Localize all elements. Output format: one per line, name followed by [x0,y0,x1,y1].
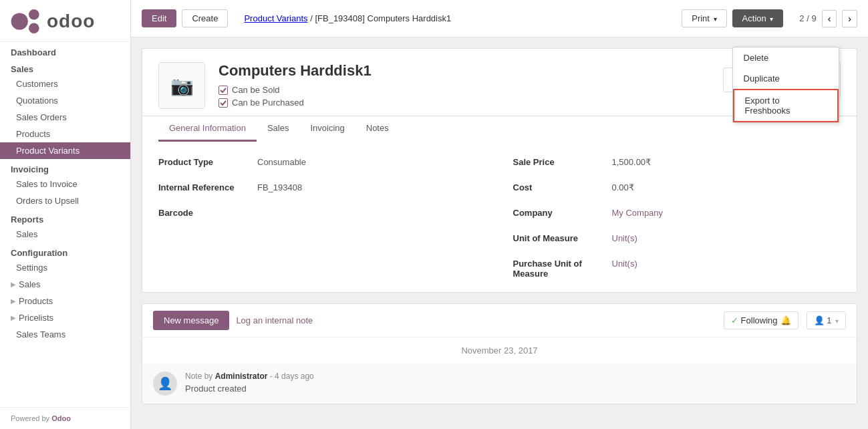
can-be-sold-flag: Can be Sold [219,85,710,95]
message-text: Product created [185,384,846,394]
chatter-right: ✓ Following 🔔 👤 1 ▾ [724,311,846,329]
sidebar-section-reports: Reports Sales [0,209,130,243]
edit-button[interactable]: Edit [142,9,176,27]
company-label: Company [513,206,607,218]
tab-notes[interactable]: Notes [355,116,400,142]
new-message-button[interactable]: New message [153,311,229,330]
checkmark-icon: ✓ [731,315,738,325]
barcode-label: Barcode [158,206,252,218]
field-purchase-unit-of-measure: Purchase Unit of Measure Unit(s) [513,257,841,279]
create-button[interactable]: Create [182,9,228,27]
print-dropdown-icon: ▾ [714,15,717,23]
product-type-label: Product Type [158,155,252,167]
sidebar-header-reports[interactable]: Reports [0,209,130,226]
next-page-button[interactable]: › [842,10,857,27]
sidebar-item-customers[interactable]: Customers [0,76,130,92]
follower-count-badge[interactable]: 👤 1 ▾ [807,311,846,329]
product-name: Computers Harddisk1 [219,62,710,80]
message-avatar: 👤 [153,372,177,396]
action-item-duplicate[interactable]: Duplicate [733,68,839,89]
company-value[interactable]: My Company [612,206,664,218]
message-item: 👤 Note by Administrator - 4 days ago Pro… [142,364,857,404]
log-note-button[interactable]: Log an internal note [236,315,313,325]
sidebar-item-sales-teams[interactable]: Sales Teams [0,326,130,343]
can-be-sold-checkbox[interactable] [219,86,228,95]
date-divider: November 23, 2017 [142,337,857,364]
note-label: Note by [185,372,212,381]
action-item-delete[interactable]: Delete [733,47,839,68]
sidebar-item-config-sales[interactable]: ▶ Sales [0,276,130,293]
photo-placeholder-icon: 📷 [170,75,194,97]
sidebar-header-invoicing[interactable]: Invoicing [0,159,130,176]
product-info: Computers Harddisk1 Can be Sold [219,62,710,108]
chatter-area: New message Log an internal note ✓ Follo… [142,303,857,404]
sidebar-item-products[interactable]: Products [0,126,130,142]
unit-of-measure-value[interactable]: Unit(s) [612,231,637,243]
sidebar-item-config-products[interactable]: ▶ Products [0,293,130,309]
sidebar-header-configuration[interactable]: Configuration [0,243,130,259]
action-button[interactable]: Action ▾ [732,9,784,27]
sidebar-item-config-pricelists[interactable]: ▶ Pricelists [0,309,130,326]
avatar-icon: 👤 [158,376,172,391]
follower-dropdown-icon: ▾ [835,317,839,325]
internal-reference-value: FB_193408 [257,180,302,192]
following-badge[interactable]: ✓ Following 🔔 [724,311,799,329]
expand-icon2: ▶ [11,297,16,305]
odoo-logo: odoo [11,8,120,35]
sidebar-item-product-variants[interactable]: Product Variants [0,142,130,159]
tab-sales[interactable]: Sales [257,116,300,142]
purchase-unit-of-measure-value[interactable]: Unit(s) [612,257,637,269]
right-field-group: Sale Price 1,500.00₹ Cost 0.00₹ Company … [513,155,841,279]
odoo-brand-link[interactable]: Odoo [51,414,71,422]
sidebar-header-sales[interactable]: Sales [0,59,130,76]
unit-of-measure-label: Unit of Measure [513,231,607,243]
tab-general-information[interactable]: General Information [158,116,257,142]
purchase-unit-of-measure-label: Purchase Unit of Measure [513,257,607,279]
left-field-group: Product Type Consumable Internal Referen… [158,155,486,279]
field-internal-reference: Internal Reference FB_193408 [158,180,486,199]
cost-label: Cost [513,180,607,192]
action-dropdown-wrapper: Action ▾ Delete Duplicate Export to Fres… [732,9,784,27]
svg-point-2 [29,23,39,33]
tab-invoicing[interactable]: Invoicing [299,116,355,142]
can-be-purchased-flag: Can be Purchased [219,98,710,108]
breadcrumb-parent[interactable]: Product Variants [244,13,307,23]
can-be-sold-label: Can be Sold [232,85,280,95]
field-company: Company My Company [513,206,841,225]
form-body: Product Type Consumable Internal Referen… [142,142,857,292]
sidebar-item-reports-sales[interactable]: Sales [0,226,130,243]
field-product-type: Product Type Consumable [158,155,486,174]
message-author: Administrator [215,372,268,381]
print-button[interactable]: Print ▾ [682,9,726,27]
breadcrumb: Product Variants / [FB_193408] Computers… [244,13,451,23]
sidebar: odoo Dashboard Sales Customers Quotation… [0,0,131,429]
sidebar-item-sales-orders[interactable]: Sales Orders [0,109,130,126]
breadcrumb-current: [FB_193408] Computers Harddisk1 [315,13,451,23]
chatter-toolbar: New message Log an internal note ✓ Follo… [142,304,857,337]
svg-point-1 [29,9,39,20]
bell-icon: 🔔 [780,315,791,325]
product-type-value: Consumable [257,155,306,167]
action-dropdown-icon: ▾ [770,15,773,23]
prev-page-button[interactable]: ‹ [822,10,837,27]
expand-icon3: ▶ [11,314,16,321]
logo-area: odoo [0,0,130,42]
sidebar-item-settings[interactable]: Settings [0,259,130,276]
sidebar-item-quotations[interactable]: Quotations [0,92,130,109]
field-barcode: Barcode [158,206,486,225]
sidebar-item-orders-to-upsell[interactable]: Orders to Upsell [0,192,130,209]
action-item-export-freshbooks[interactable]: Export to Freshbooks [733,89,839,122]
sidebar-section-invoicing: Invoicing Sales to Invoice Orders to Ups… [0,159,130,209]
product-photo[interactable]: 📷 [158,62,205,109]
internal-reference-label: Internal Reference [158,180,252,192]
message-meta: Note by Administrator - 4 days ago [185,372,846,381]
product-flags: Can be Sold Can be Purchased [219,85,710,108]
topbar: Edit Create Product Variants / [FB_19340… [131,0,868,37]
field-cost: Cost 0.00₹ [513,180,841,199]
action-dropdown-menu: Delete Duplicate Export to Freshbooks [732,47,839,123]
main-area: Edit Create Product Variants / [FB_19340… [131,0,868,429]
sidebar-item-sales-to-invoice[interactable]: Sales to Invoice [0,176,130,192]
can-be-purchased-checkbox[interactable] [219,98,228,108]
sidebar-header-dashboard[interactable]: Dashboard [0,42,130,59]
svg-point-0 [11,13,28,29]
